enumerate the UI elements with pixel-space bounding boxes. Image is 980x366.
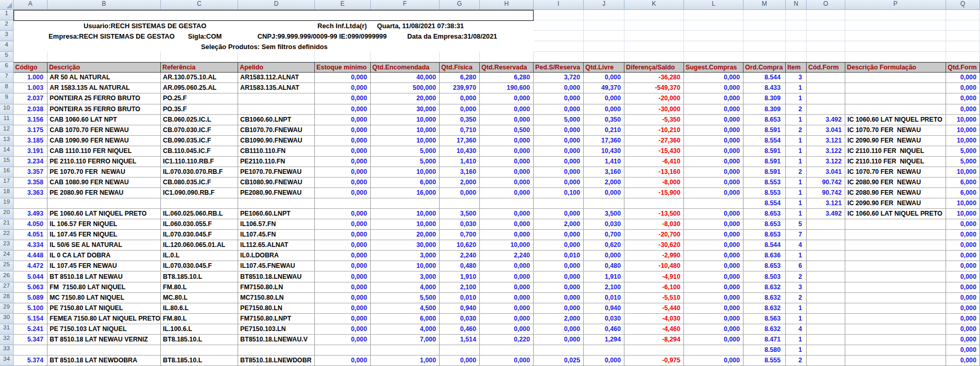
cell-L33[interactable]	[684, 345, 743, 356]
row-header-25[interactable]: 25	[0, 261, 14, 271]
table-header-a-c-digo[interactable]: Código	[14, 62, 48, 73]
cell-A8[interactable]: 1.003	[14, 83, 48, 93]
cell-A30[interactable]: 5.154	[14, 314, 48, 324]
cell-E5[interactable]	[315, 52, 371, 62]
cell-N34[interactable]: 2	[786, 356, 807, 366]
cell-J34[interactable]: 0,000	[584, 356, 624, 366]
cell-H24[interactable]: 2,240	[480, 251, 534, 261]
cell-G14[interactable]: 10,430	[440, 146, 480, 157]
row-header-7[interactable]: 7	[0, 73, 14, 83]
cell-D31[interactable]: PE7150.103.LN	[238, 324, 315, 335]
cell-B8[interactable]: AR 1583.135 AL NATURAL	[48, 83, 161, 93]
cell-F31[interactable]: 4,000	[371, 324, 440, 335]
table-header-q-qtd-form[interactable]: Qtd.Form	[946, 62, 980, 73]
cell-Q17[interactable]: 6,000	[946, 178, 980, 188]
cell-Q3[interactable]	[946, 31, 980, 41]
cell-M22[interactable]: 8.653	[743, 230, 786, 240]
cell-K14[interactable]: -15,430	[624, 146, 684, 157]
cell-D16[interactable]: PE1070.70.FNEWAU	[238, 167, 315, 178]
cell-F9[interactable]: 20,000	[371, 93, 440, 104]
cell-L27[interactable]: 0,000	[684, 282, 743, 293]
cell-J1[interactable]	[584, 10, 624, 20]
cell-L12[interactable]: 0,000	[684, 125, 743, 136]
cell-Q33[interactable]: 0,000	[946, 345, 980, 356]
cell-H25[interactable]: 0,000	[480, 261, 534, 271]
cell-C33[interactable]	[161, 345, 238, 356]
cell-J18[interactable]: 0,000	[584, 188, 624, 198]
cell-E11[interactable]: 0,000	[315, 115, 371, 125]
cell-N8[interactable]: 1	[786, 83, 807, 93]
report-software[interactable]: Rech Inf.Ltda(r)	[317, 21, 367, 31]
cell-G16[interactable]: 3,160	[440, 167, 480, 178]
cell-Q20[interactable]: 10,000	[946, 209, 980, 219]
cell-A23[interactable]: 4.334	[14, 240, 48, 251]
cell-D28[interactable]: MC7150.80.LN	[238, 293, 315, 303]
cell-K32[interactable]: -8,294	[624, 335, 684, 345]
cell-I24[interactable]: 0,010	[534, 251, 584, 261]
cell-B31[interactable]: PE 7150.103 LAT NIQUEL	[48, 324, 161, 335]
cell-Q11[interactable]: 10,000	[946, 115, 980, 125]
cell-M8[interactable]: 8.433	[743, 83, 786, 93]
cell-L31[interactable]: 0,000	[684, 324, 743, 335]
cell-E13[interactable]: 0,000	[315, 136, 371, 146]
cell-L9[interactable]: 0,000	[684, 93, 743, 104]
cell-M14[interactable]: 8.591	[743, 146, 786, 157]
cell-I7[interactable]: 3,720	[534, 73, 584, 83]
cell-D27[interactable]: FM7150.80.LN	[238, 282, 315, 293]
cell-K21[interactable]: -8,030	[624, 219, 684, 230]
col-header-K[interactable]: K	[624, 0, 684, 10]
cell-G5[interactable]	[440, 52, 480, 62]
cell-M15[interactable]: 8.591	[743, 157, 786, 167]
cell-D23[interactable]: IL112.65.ALNAT	[238, 240, 315, 251]
cell-A15[interactable]: 3.234	[14, 157, 48, 167]
cell-J27[interactable]: 2,100	[584, 282, 624, 293]
cell-M34[interactable]: 8.555	[743, 356, 786, 366]
report-title-cell[interactable]: * ---------------------------------- * L…	[14, 10, 534, 21]
cell-I26[interactable]: 0,000	[534, 272, 584, 282]
cell-D19[interactable]	[238, 198, 315, 209]
table-header-i-ped-s-reserva[interactable]: Ped.S/Reserva	[534, 62, 584, 73]
cell-H10[interactable]: 0,000	[480, 104, 534, 115]
cell-Q7[interactable]: 0,000	[946, 73, 980, 83]
cell-Q2[interactable]	[946, 20, 980, 31]
cell-F27[interactable]: 4,000	[371, 282, 440, 293]
cell-G19[interactable]	[440, 198, 480, 209]
cell-N23[interactable]: 4	[786, 240, 807, 251]
cell-N12[interactable]: 2	[786, 125, 807, 136]
cell-P7[interactable]	[845, 73, 946, 83]
table-header-k-diferen-a-saldo[interactable]: Diferença/Saldo	[624, 62, 684, 73]
cell-A16[interactable]: 3.357	[14, 167, 48, 178]
row-header-18[interactable]: 18	[0, 188, 14, 198]
cell-K17[interactable]: -8,000	[624, 178, 684, 188]
cell-J9[interactable]: 0,000	[584, 93, 624, 104]
cell-B19[interactable]	[48, 198, 161, 209]
cell-Q13[interactable]: 10,000	[946, 136, 980, 146]
cell-F11[interactable]: 10,000	[371, 115, 440, 125]
cell-O20[interactable]: 3.492	[807, 209, 845, 219]
cell-H17[interactable]: 0,000	[480, 178, 534, 188]
cell-M17[interactable]: 8.553	[743, 178, 786, 188]
report-datetime[interactable]: Quarta, 11/08/2021 07:38:31	[377, 21, 464, 31]
cell-N20[interactable]: 1	[786, 209, 807, 219]
cell-L30[interactable]: 0,000	[684, 314, 743, 324]
cell-E33[interactable]	[315, 345, 371, 356]
row-header-30[interactable]: 30	[0, 314, 14, 324]
cell-G12[interactable]: 0,710	[440, 125, 480, 136]
cell-N15[interactable]: 1	[786, 157, 807, 167]
cell-G27[interactable]: 2,100	[440, 282, 480, 293]
cell-H7[interactable]: 6,280	[480, 73, 534, 83]
cell-P15[interactable]: IC 2110.110 FER NIQUEL	[845, 157, 946, 167]
cell-J28[interactable]: 0,010	[584, 293, 624, 303]
cell-K18[interactable]: -15,900	[624, 188, 684, 198]
cell-L34[interactable]: 0,000	[684, 356, 743, 366]
col-header-J[interactable]: J	[584, 0, 624, 10]
cell-H20[interactable]: 0,000	[480, 209, 534, 219]
cell-O33[interactable]	[807, 345, 845, 356]
cell-B12[interactable]: CAB 1070.70 FER NEWAU	[48, 125, 161, 136]
cell-P21[interactable]	[845, 219, 946, 230]
cell-Q22[interactable]: 0,000	[946, 230, 980, 240]
table-header-j-qtd-livre[interactable]: Qtd.Livre	[584, 62, 624, 73]
cell-E29[interactable]: 0,000	[315, 303, 371, 314]
cell-K16[interactable]: -13,160	[624, 167, 684, 178]
cell-P2[interactable]	[845, 20, 946, 31]
